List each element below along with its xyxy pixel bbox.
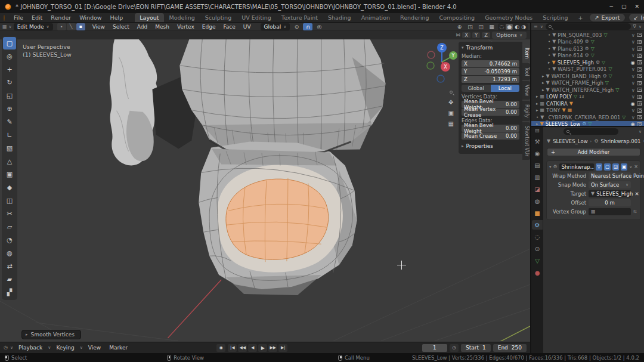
tab-tool[interactable] bbox=[532, 137, 543, 146]
menu-file[interactable]: File bbox=[10, 14, 27, 21]
camera-visibility-icon[interactable] bbox=[637, 67, 642, 72]
menu-edit[interactable]: Edit bbox=[28, 14, 46, 21]
tab-sculpting[interactable]: Sculpting bbox=[200, 13, 236, 22]
tab-output[interactable] bbox=[532, 160, 543, 170]
invert-vertex-group-icon[interactable] bbox=[633, 209, 637, 214]
transform-orientation-selector[interactable]: Global bbox=[261, 23, 290, 30]
eye-icon[interactable] bbox=[631, 121, 635, 126]
eye-icon[interactable] bbox=[631, 87, 635, 93]
tab-layout[interactable]: Layout bbox=[135, 13, 163, 22]
mean-crease-field[interactable]: Mean Crease0.00 bbox=[462, 132, 519, 140]
tool-annotate[interactable] bbox=[3, 116, 16, 128]
menu-playback[interactable]: Playback bbox=[16, 345, 45, 351]
edge-select-button[interactable] bbox=[67, 23, 76, 30]
snap-magnet-icon[interactable] bbox=[303, 23, 312, 30]
outliner-row-selected[interactable]: SLEEVES_Low bbox=[531, 121, 644, 126]
outliner-row[interactable]: WATCH_INTERFACE_High bbox=[531, 86, 644, 94]
show-gizmo-icon[interactable] bbox=[455, 23, 465, 30]
outliner-row[interactable]: Plane.614 bbox=[531, 52, 644, 60]
tab-world[interactable] bbox=[532, 196, 543, 206]
menu-add[interactable]: Add bbox=[134, 24, 150, 30]
tool-bevel[interactable] bbox=[3, 181, 16, 194]
sidebar-tab-item[interactable]: Item bbox=[522, 44, 530, 62]
tool-knife[interactable] bbox=[3, 208, 16, 220]
transform-panel-title[interactable]: Transform bbox=[466, 45, 493, 51]
frame-start-field[interactable]: Start1 bbox=[461, 344, 491, 352]
filter-icon[interactable] bbox=[633, 24, 636, 29]
tab-scene[interactable] bbox=[532, 184, 543, 194]
outliner-row[interactable]: Plane.613 bbox=[531, 45, 644, 52]
edge-mean-bevel-weight-field[interactable]: Mean Bevel Weight0.00 bbox=[462, 125, 519, 132]
pan-hand-icon[interactable]: ✥ bbox=[448, 99, 454, 106]
mirror-y-button[interactable]: Y bbox=[472, 32, 480, 38]
menu-vertex[interactable]: Vertex bbox=[174, 24, 197, 30]
minimize-button[interactable]: ─ bbox=[610, 4, 613, 10]
tab-render[interactable] bbox=[532, 148, 543, 158]
prev-keyframe-button[interactable] bbox=[238, 344, 247, 352]
tab-material[interactable] bbox=[532, 268, 543, 277]
outliner-row[interactable]: WATCH_FRAME_High bbox=[531, 80, 644, 87]
camera-visibility-icon[interactable] bbox=[637, 60, 642, 64]
camera-visibility-icon[interactable] bbox=[637, 109, 642, 113]
modifier-name-field[interactable]: Shrinkwrap.... bbox=[559, 163, 594, 171]
tab-geometry-nodes[interactable]: Geometry Nodes bbox=[480, 13, 537, 22]
vertex-group-field[interactable] bbox=[589, 208, 631, 215]
tab-object-data[interactable] bbox=[532, 256, 543, 265]
tab-physics[interactable] bbox=[532, 232, 543, 242]
eye-icon[interactable] bbox=[631, 60, 635, 66]
median-y-field[interactable]: Y-0.050399 m bbox=[462, 68, 519, 75]
eye-icon[interactable] bbox=[631, 101, 635, 107]
collapse-icon[interactable] bbox=[462, 45, 464, 50]
on-cage-toggle[interactable] bbox=[596, 163, 602, 171]
eye-icon[interactable] bbox=[631, 52, 635, 58]
close-button[interactable]: ✕ bbox=[634, 4, 639, 10]
tab-rendering[interactable]: Rendering bbox=[395, 13, 434, 22]
tool-rotate[interactable] bbox=[3, 76, 16, 89]
camera-visibility-icon[interactable] bbox=[637, 54, 642, 58]
sidebar-tab-rigify[interactable]: Rigify bbox=[522, 101, 530, 122]
overlays-icon[interactable] bbox=[476, 23, 486, 30]
menu-select[interactable]: Select bbox=[110, 24, 132, 30]
pivot-point-icon[interactable] bbox=[292, 23, 301, 30]
breadcrumb-modifier[interactable]: Shrinkwrap.001 bbox=[601, 138, 641, 144]
global-button[interactable]: Global bbox=[462, 85, 491, 92]
editor-type-icon[interactable] bbox=[2, 24, 7, 29]
chevron-down-icon[interactable] bbox=[639, 24, 642, 29]
tool-loop-cut[interactable] bbox=[3, 194, 16, 207]
outliner-row[interactable]: WATCH_BAND_High bbox=[531, 73, 644, 80]
properties-editor-icon[interactable] bbox=[535, 128, 540, 133]
camera-visibility-icon[interactable] bbox=[637, 47, 642, 51]
jump-to-start-button[interactable] bbox=[228, 344, 237, 352]
outliner-row[interactable]: CATKIRA bbox=[531, 100, 644, 107]
camera-visibility-icon[interactable] bbox=[637, 40, 642, 44]
camera-view-icon[interactable]: ▣ bbox=[448, 110, 454, 116]
eye-icon[interactable] bbox=[631, 73, 635, 79]
rendered-shading-icon[interactable] bbox=[521, 24, 526, 30]
tab-compositing[interactable]: Compositing bbox=[435, 13, 480, 22]
camera-visibility-icon[interactable] bbox=[637, 74, 642, 78]
menu-render[interactable]: Render bbox=[47, 14, 75, 21]
median-z-field[interactable]: Z1.7293 m bbox=[462, 76, 519, 83]
properties-search-input[interactable] bbox=[564, 128, 618, 135]
camera-visibility-icon[interactable] bbox=[637, 115, 642, 119]
operator-panel[interactable]: Smooth Vertices bbox=[21, 330, 81, 339]
tool-cursor[interactable] bbox=[3, 50, 16, 63]
outliner-search-input[interactable] bbox=[546, 23, 631, 30]
zoom-icon[interactable] bbox=[448, 88, 454, 95]
tool-add-cube[interactable] bbox=[3, 142, 16, 154]
play-reverse-button[interactable] bbox=[248, 344, 257, 352]
next-keyframe-button[interactable] bbox=[268, 344, 277, 352]
current-frame-field[interactable]: 1 bbox=[422, 344, 447, 352]
frame-end-field[interactable]: End250 bbox=[493, 344, 527, 352]
modifier-extras-icon[interactable] bbox=[629, 165, 632, 169]
blender-menu-icon[interactable] bbox=[4, 15, 5, 21]
menu-marker[interactable]: Marker bbox=[106, 345, 131, 351]
eye-icon[interactable] bbox=[631, 115, 635, 120]
tool-edge-slide[interactable] bbox=[3, 260, 16, 273]
tool-rip-region[interactable] bbox=[3, 286, 16, 299]
tool-spin[interactable] bbox=[3, 234, 16, 246]
3d-viewport[interactable]: Edit Mode View Select Add Mesh Vertex Ed… bbox=[0, 23, 530, 342]
tab-uv-editing[interactable]: UV Editing bbox=[237, 13, 276, 22]
camera-visibility-icon[interactable] bbox=[637, 81, 642, 85]
eye-icon[interactable] bbox=[631, 39, 635, 45]
